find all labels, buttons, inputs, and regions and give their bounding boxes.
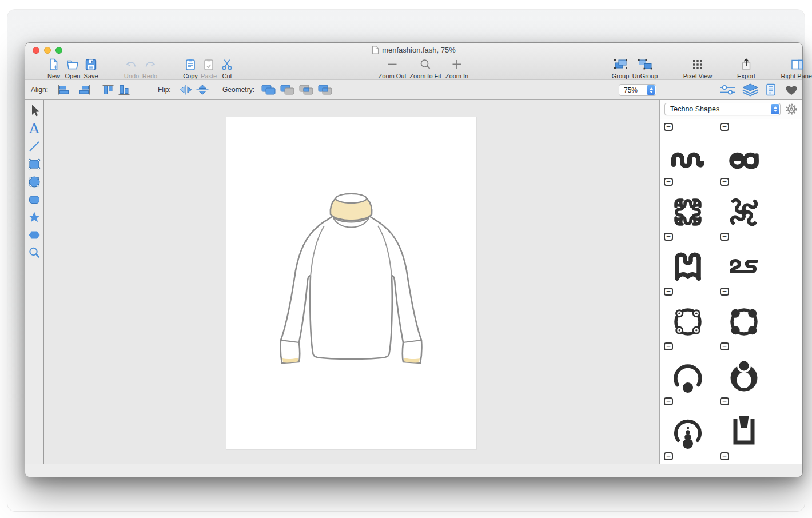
clipped-shape-icon [670,119,706,121]
shapes-panel-header: Techno Shapes [660,100,802,119]
export-button[interactable]: Export [725,58,768,79]
shape-cell[interactable]: − [660,244,716,299]
zoom-in-button[interactable]: Zoom In [435,58,479,79]
rounded-rectangle-tool[interactable] [27,192,42,207]
shape-cell[interactable]: − [660,409,716,464]
shape-list[interactable]: − − − [660,119,802,465]
geometry-union-button[interactable] [261,84,277,95]
geometry-exclude-button[interactable] [317,84,333,95]
align-left-button[interactable] [57,84,71,95]
zoom-level-field[interactable]: 75% [619,84,656,96]
pixel-view-button[interactable]: Pixel View [676,58,719,79]
flip-label: Flip: [158,86,171,94]
shape-cell[interactable]: − [716,354,772,409]
remove-shape-button[interactable]: − [664,397,673,405]
shape-cell[interactable]: − [660,299,716,354]
shape-cell[interactable]: − [716,189,772,244]
favorites-button[interactable] [783,83,799,97]
cut-button[interactable]: Cut [205,58,249,79]
layers-icon [741,83,759,97]
ungroup-objects-icon [638,58,652,71]
shape-cell[interactable]: − [716,409,772,464]
titlebar: menfashion.fash, 75% New Open Save [25,43,802,80]
gear-icon [785,103,798,115]
flip-vertical-button[interactable] [195,84,210,95]
cut-scissors-icon [220,58,234,71]
right-panel-button[interactable]: Right Panel [775,58,812,79]
shape-cell[interactable]: − [660,119,716,134]
geometry-subtract-button[interactable] [280,84,296,95]
redo-button[interactable]: Redo [128,58,172,79]
orb-top-dot-icon [726,358,762,395]
subtract-icon [280,84,296,95]
geometry-intersect-button[interactable] [298,84,315,95]
shape-category-value: Techno Shapes [670,105,719,113]
shape-cell[interactable]: − [660,189,716,244]
rectangle-tool[interactable] [27,157,42,172]
shape-cell[interactable]: − [716,299,772,354]
adjustments-button[interactable] [718,83,737,96]
document-page[interactable] [226,117,476,449]
remove-shape-button[interactable]: − [664,233,673,241]
zoom-tool[interactable] [27,245,42,260]
align-right-button[interactable] [77,84,91,95]
shape-cell[interactable]: − [660,134,716,189]
format-bar: Align: [25,80,802,100]
zoom-stepper[interactable] [647,85,655,95]
document-lines-icon [764,83,778,97]
hexagon-icon [27,228,42,242]
ring-four-dots-icon [726,304,762,340]
text-tool[interactable]: A [27,121,42,136]
remove-shape-button[interactable]: − [720,452,729,460]
remove-shape-button[interactable]: − [664,452,673,460]
ungroup-button[interactable]: UnGroup [623,58,667,79]
select-tool[interactable] [27,103,42,118]
layers-button[interactable] [741,83,759,97]
magnifier-tool-icon [27,245,42,260]
shape-cell[interactable]: − [716,134,772,189]
shape-cell[interactable]: − [716,244,772,299]
save-button[interactable]: Save [69,58,113,79]
turtleneck-sweater-drawing[interactable] [273,190,429,367]
remove-shape-button[interactable]: − [720,288,729,296]
ellipse-tool[interactable] [27,174,42,189]
remove-shape-button[interactable]: − [720,233,729,241]
shapes-settings-button[interactable] [785,102,798,116]
plus-icon [450,58,464,71]
remove-shape-button[interactable]: − [720,123,729,131]
notes-button[interactable] [764,83,778,97]
shape-grid: − − − [660,119,772,464]
clipped-shape-icon [726,119,762,121]
line-tool[interactable] [27,139,42,154]
align-top-button[interactable] [101,84,115,95]
bucket-container-icon [726,413,762,450]
redo-arrow-icon [143,58,157,71]
app-window: menfashion.fash, 75% New Open Save [25,42,803,477]
zoom-level-value: 75% [624,86,638,94]
remove-shape-button[interactable]: − [664,123,673,131]
remove-shape-button[interactable]: − [720,342,729,350]
ring-bottom-dot-icon [670,358,706,395]
chip-waves-icon [670,194,706,230]
polygon-tool[interactable] [27,228,42,242]
flip-vertical-icon [195,84,210,95]
ring-four-eyelets-icon [670,304,706,340]
shape-cell[interactable]: − [716,119,772,134]
export-arrow-icon [739,58,753,71]
remove-shape-button[interactable]: − [664,288,673,296]
remove-shape-button[interactable]: − [720,397,729,405]
sliders-icon [718,83,737,96]
align-bottom-button[interactable] [117,84,131,95]
rectangle-icon [27,157,42,172]
shape-category-select[interactable]: Techno Shapes [664,103,781,115]
star-tool[interactable] [27,210,42,225]
desktop-background: menfashion.fash, 75% New Open Save [7,9,805,512]
canvas-area[interactable] [44,100,659,465]
remove-shape-button[interactable]: − [664,178,673,186]
remove-shape-button[interactable]: − [720,178,729,186]
exclude-icon [317,84,333,95]
remove-shape-button[interactable]: − [664,342,673,350]
shape-cell[interactable]: − [660,354,716,409]
flip-horizontal-button[interactable] [178,84,193,95]
svg-text:A: A [29,121,39,136]
